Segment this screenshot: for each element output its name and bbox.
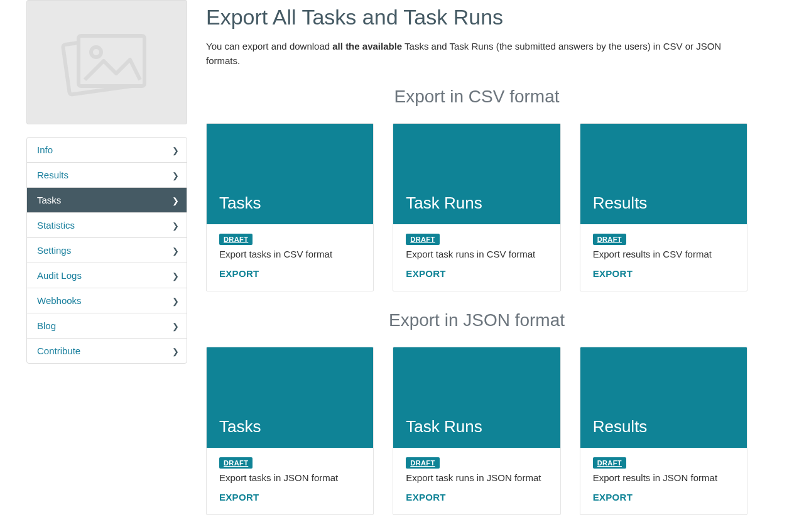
card-body: DRAFT Export results in CSV format EXPOR… (580, 224, 747, 291)
card-body: DRAFT Export task runs in CSV format EXP… (393, 224, 560, 291)
card-title: Task Runs (406, 417, 482, 437)
card-body: DRAFT Export task runs in JSON format EX… (393, 448, 560, 514)
export-button[interactable]: EXPORT (219, 492, 259, 502)
sidebar-item-audit-logs: Audit Logs❯ (27, 263, 187, 288)
lead-pre: You can export and download (206, 41, 332, 52)
sidebar-link-webhooks[interactable]: Webhooks (27, 288, 187, 313)
project-thumbnail (26, 0, 187, 124)
card-body: DRAFT Export results in JSON format EXPO… (580, 448, 747, 514)
card-title: Tasks (219, 417, 261, 437)
sidebar-link-statistics[interactable]: Statistics (27, 213, 187, 237)
sidebar-item-webhooks: Webhooks❯ (27, 288, 187, 313)
chevron-right-icon: ❯ (172, 321, 179, 330)
card-desc: Export task runs in JSON format (406, 472, 547, 483)
sidebar-link-settings[interactable]: Settings (27, 238, 187, 263)
card-csv-taskruns: Task Runs DRAFT Export task runs in CSV … (393, 123, 560, 291)
card-desc: Export results in JSON format (593, 472, 734, 483)
sidebar-item-contribute: Contribute❯ (27, 338, 187, 363)
card-csv-results: Results DRAFT Export results in CSV form… (580, 123, 747, 291)
sidebar-item-blog: Blog❯ (27, 313, 187, 338)
image-placeholder-icon (60, 24, 154, 100)
sidebar-link-audit-logs[interactable]: Audit Logs (27, 263, 187, 288)
sidebar-item-label: Contribute (37, 345, 80, 356)
draft-badge[interactable]: DRAFT (219, 457, 253, 469)
sidebar-link-tasks[interactable]: Tasks (27, 188, 187, 212)
export-button[interactable]: EXPORT (593, 268, 633, 279)
draft-badge[interactable]: DRAFT (406, 457, 439, 469)
chevron-right-icon: ❯ (172, 246, 179, 255)
export-button[interactable]: EXPORT (219, 268, 259, 279)
card-hero: Task Runs (393, 347, 560, 448)
draft-badge[interactable]: DRAFT (406, 234, 439, 245)
chevron-right-icon: ❯ (172, 296, 179, 305)
export-button[interactable]: EXPORT (406, 268, 445, 279)
card-title: Results (593, 417, 648, 437)
card-hero: Tasks (207, 124, 373, 224)
draft-badge[interactable]: DRAFT (219, 234, 253, 245)
chevron-right-icon: ❯ (172, 195, 179, 205)
card-title: Tasks (219, 193, 261, 213)
draft-badge[interactable]: DRAFT (593, 234, 626, 245)
card-csv-tasks: Tasks DRAFT Export tasks in CSV format E… (206, 123, 374, 291)
card-body: DRAFT Export tasks in CSV format EXPORT (207, 224, 373, 291)
sidebar-item-label: Audit Logs (37, 270, 82, 281)
sidebar-item-label: Settings (37, 245, 71, 256)
card-desc: Export task runs in CSV format (406, 249, 547, 259)
card-hero: Results (580, 347, 747, 448)
card-title: Task Runs (406, 193, 482, 213)
card-hero: Results (580, 124, 747, 224)
sidebar-item-label: Tasks (37, 195, 61, 205)
json-card-row: Tasks DRAFT Export tasks in JSON format … (206, 347, 747, 515)
sidebar-item-statistics: Statistics❯ (27, 212, 187, 237)
section-heading-csv: Export in CSV format (206, 87, 747, 107)
export-button[interactable]: EXPORT (406, 492, 445, 502)
card-desc: Export results in CSV format (593, 249, 734, 259)
main-content: Export All Tasks and Task Runs You can e… (187, 0, 804, 532)
card-hero: Task Runs (393, 124, 560, 224)
page-lead: You can export and download all the avai… (206, 40, 747, 68)
chevron-right-icon: ❯ (172, 145, 179, 155)
card-json-taskruns: Task Runs DRAFT Export task runs in JSON… (393, 347, 560, 515)
card-json-results: Results DRAFT Export results in JSON for… (580, 347, 747, 515)
chevron-right-icon: ❯ (172, 346, 179, 356)
sidebar-item-label: Results (37, 170, 68, 180)
sidebar-link-results[interactable]: Results (27, 163, 187, 187)
csv-card-row: Tasks DRAFT Export tasks in CSV format E… (206, 123, 747, 291)
card-desc: Export tasks in JSON format (219, 472, 361, 483)
sidebar-item-label: Blog (37, 320, 56, 331)
sidebar-item-info: Info❯ (27, 138, 187, 162)
chevron-right-icon: ❯ (172, 220, 179, 230)
export-button[interactable]: EXPORT (593, 492, 633, 502)
card-json-tasks: Tasks DRAFT Export tasks in JSON format … (206, 347, 374, 515)
card-desc: Export tasks in CSV format (219, 249, 361, 259)
sidebar-link-info[interactable]: Info (27, 138, 187, 162)
sidebar-item-results: Results❯ (27, 162, 187, 187)
card-title: Results (593, 193, 648, 213)
sidebar-link-blog[interactable]: Blog (27, 313, 187, 338)
chevron-right-icon: ❯ (172, 170, 179, 180)
sidebar-item-tasks: Tasks❯ (27, 187, 187, 212)
sidebar: Info❯ Results❯ Tasks❯ Statistics❯ Settin… (0, 0, 187, 532)
sidebar-item-label: Statistics (37, 220, 75, 231)
chevron-right-icon: ❯ (172, 271, 179, 280)
sidebar-item-label: Info (37, 144, 53, 155)
card-hero: Tasks (207, 347, 373, 448)
sidebar-link-contribute[interactable]: Contribute (27, 339, 187, 363)
card-body: DRAFT Export tasks in JSON format EXPORT (207, 448, 373, 514)
section-heading-json: Export in JSON format (206, 310, 747, 330)
page-title: Export All Tasks and Task Runs (206, 5, 747, 30)
sidebar-nav: Info❯ Results❯ Tasks❯ Statistics❯ Settin… (26, 137, 187, 364)
sidebar-item-settings: Settings❯ (27, 237, 187, 263)
sidebar-item-label: Webhooks (37, 295, 82, 306)
lead-bold: all the available (332, 41, 402, 52)
draft-badge[interactable]: DRAFT (593, 457, 626, 469)
